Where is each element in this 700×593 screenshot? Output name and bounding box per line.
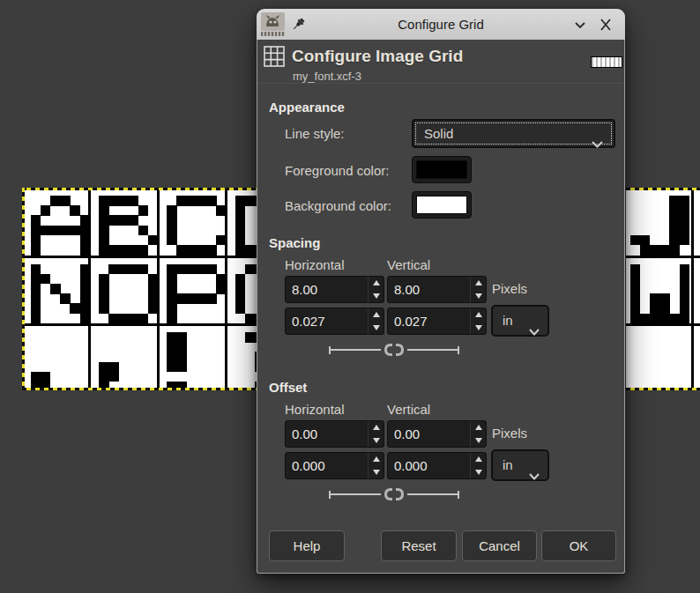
glyph-pixel [41,205,51,216]
offset-horizontal-label: Horizontal [285,402,345,417]
glyph-pixel [138,314,149,324]
grid-line [22,323,257,326]
glyph-pixel [41,226,51,236]
foreground-color-swatch[interactable] [412,156,472,183]
glyph-pixel [235,284,246,294]
glyph-pixel [659,293,670,304]
glyph-pixel [245,264,256,275]
glyph-pixel [129,196,139,206]
glyph-pixel [216,235,227,246]
header-separator [257,83,624,84]
ok-button[interactable]: OK [541,530,616,561]
spinner-arrows[interactable] [368,277,384,302]
background-color-swatch[interactable] [412,191,472,219]
reset-button[interactable]: Reset [381,530,457,561]
canvas-left[interactable] [22,188,257,390]
glyph-pixel [99,205,109,216]
glyph-pixel [118,264,129,275]
glyph-pixel [197,264,207,275]
offset-vertical-label: Vertical [387,402,430,417]
glyph-pixel [118,245,129,256]
offset-unit-value: in [503,457,513,472]
glyph-pixel [31,293,41,304]
glyph-pixel [245,196,256,206]
help-button[interactable]: Help [269,530,345,561]
spacing-unit-value: in [503,313,513,328]
glyph-pixel [630,284,641,294]
glyph-pixel [235,196,246,206]
offset-horizontal-pixels-input[interactable] [286,421,368,447]
glyph-pixel [176,332,187,343]
glyph-pixel [50,226,61,236]
spacing-horizontal-unit-input[interactable] [286,308,368,334]
close-icon[interactable] [598,18,614,32]
spacing-horizontal-pixels-spinbox [285,276,384,303]
dialog-titlebar[interactable]: Configure Grid [257,9,625,41]
spacing-unit-select[interactable]: in [491,305,549,337]
glyph-pixel [640,235,651,246]
spinner-arrows[interactable] [368,421,384,447]
glyph-pixel [99,196,109,206]
glyph-pixel [167,284,177,294]
glyph-pixel [680,264,690,275]
glyph-pixel [187,264,197,275]
glyph-pixel [99,362,109,373]
glyph-pixel [99,303,109,314]
glyph-pixel [118,314,129,324]
glyph-pixel [80,293,91,304]
chevron-down-icon[interactable] [572,18,588,32]
spinner-arrows[interactable] [470,421,486,447]
spacing-horizontal-pixels-input[interactable] [286,277,368,302]
glyph-pixel [680,274,690,285]
glyph-pixel [31,372,41,382]
glyph-pixel [650,293,660,304]
spacing-pixels-unit-label: Pixels [492,281,527,296]
glyph-pixel [31,245,41,256]
glyph-pixel [680,303,690,314]
spacing-vertical-unit-input[interactable] [388,308,470,334]
glyph-pixel [245,332,256,343]
spacing-horizontal-unit-spinbox [285,308,384,335]
spacing-vertical-label: Vertical [387,257,430,272]
chain-link-icon [384,343,405,357]
glyph-pixel [167,235,177,246]
glyph-pixel [680,205,690,216]
canvas-right[interactable] [626,188,700,390]
offset-vertical-unit-input[interactable] [388,453,470,478]
glyph-pixel [197,245,207,256]
glyph-pixel [630,274,641,285]
offset-unit-select[interactable]: in [491,449,549,481]
spinner-arrows[interactable] [470,308,486,334]
glyph-pixel [630,303,641,314]
offset-vertical-pixels-input[interactable] [388,421,470,447]
grid-line [626,323,700,326]
spacing-chain-toggle[interactable] [329,343,459,357]
glyph-pixel [235,245,246,256]
glyph-pixel [80,284,91,294]
offset-horizontal-unit-input[interactable] [286,453,368,478]
glyph-pixel [148,274,159,285]
combo-chevron-icon [529,462,540,490]
glyph-pixel [216,205,227,216]
glyph-pixel [167,226,177,236]
cancel-button[interactable]: Cancel [462,530,537,561]
foreground-color-label: Foreground color: [285,163,389,178]
offset-vertical-unit-spinbox [387,452,487,479]
glyph-pixel [630,293,641,304]
glyph-pixel [197,196,207,206]
glyph-pixel [669,235,680,246]
glyph-pixel [60,226,71,236]
spinner-arrows[interactable] [470,277,486,302]
spinner-arrows[interactable] [368,308,384,334]
glyph-pixel [167,352,177,362]
line-style-label: Line style: [285,126,345,141]
spinner-arrows[interactable] [470,453,486,478]
combo-chevron-icon [529,317,540,345]
spacing-vertical-pixels-input[interactable] [388,277,470,302]
spinner-arrows[interactable] [368,453,384,478]
glyph-pixel [680,235,690,246]
line-style-select[interactable]: Solid [412,119,615,148]
offset-chain-toggle[interactable] [329,487,459,501]
glyph-pixel [235,303,246,314]
glyph-pixel [148,293,159,304]
